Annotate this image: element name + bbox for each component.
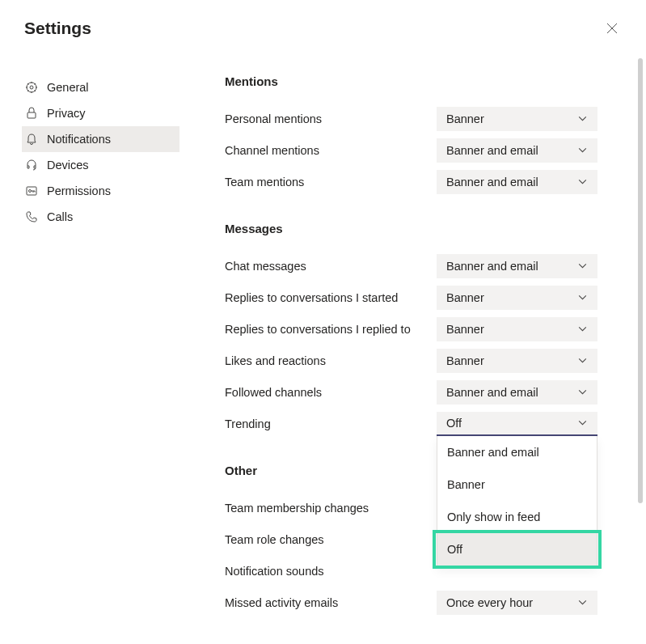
page-title: Settings [24, 19, 91, 38]
chevron-down-icon [577, 597, 588, 608]
dropdown-value: Banner and email [446, 176, 538, 189]
dropdown-option[interactable]: Banner and email [437, 436, 597, 468]
chevron-down-icon [577, 145, 588, 155]
scrollbar[interactable] [638, 58, 643, 503]
phone-icon [24, 210, 39, 224]
dropdown-option[interactable]: Only show in feed [437, 501, 597, 533]
dropdown-value: Banner [446, 112, 484, 125]
lock-icon [24, 106, 39, 121]
dropdown-team-mentions[interactable]: Banner and email [437, 170, 597, 194]
setting-label: Replies to conversations I started [225, 291, 437, 304]
setting-label: Personal mentions [225, 112, 437, 125]
chevron-down-icon [577, 176, 588, 187]
dropdown-followed-channels[interactable]: Banner and email [437, 380, 597, 405]
chevron-down-icon [577, 355, 588, 366]
dropdown-value: Banner and email [446, 260, 538, 273]
sidebar-item-calls[interactable]: Calls [22, 204, 179, 230]
chevron-down-icon [577, 113, 588, 124]
sidebar-item-general[interactable]: General [22, 74, 179, 100]
chevron-down-icon [577, 261, 588, 271]
dropdown-value: Banner [446, 323, 484, 336]
dropdown-personal-mentions[interactable]: Banner [437, 107, 597, 131]
gear-icon [24, 80, 39, 95]
sidebar-label: Devices [47, 159, 89, 172]
dropdown-missed-emails[interactable]: Once every hour [437, 591, 597, 615]
dropdown-value: Off [446, 417, 462, 430]
dropdown-option-off[interactable]: Off [437, 533, 597, 566]
setting-label: Chat messages [225, 260, 437, 273]
setting-label: Trending [225, 417, 437, 430]
dropdown-replies-started[interactable]: Banner [437, 286, 597, 310]
setting-label: Team mentions [225, 176, 437, 189]
sidebar-label: Notifications [47, 133, 111, 146]
dropdown-channel-mentions[interactable]: Banner and email [437, 138, 597, 163]
svg-point-4 [29, 190, 32, 193]
sidebar-label: Calls [47, 210, 73, 223]
headset-icon [24, 158, 39, 172]
sidebar-item-privacy[interactable]: Privacy [22, 100, 179, 126]
svg-rect-2 [27, 112, 36, 118]
dropdown-likes[interactable]: Banner [437, 349, 597, 373]
sidebar-item-notifications[interactable]: Notifications [22, 126, 179, 152]
setting-label: Notification sounds [225, 565, 597, 578]
sidebar-label: Permissions [47, 184, 111, 197]
dropdown-value: Banner [446, 291, 484, 304]
dropdown-menu-trending: Banner and email Banner Only show in fee… [437, 436, 597, 566]
dropdown-replies-replied[interactable]: Banner [437, 317, 597, 341]
close-icon [606, 23, 618, 34]
dropdown-option[interactable]: Banner [437, 468, 597, 501]
key-icon [24, 184, 39, 198]
setting-label: Followed channels [225, 386, 437, 399]
sidebar-item-devices[interactable]: Devices [22, 152, 179, 178]
close-button[interactable] [602, 19, 622, 38]
sidebar-label: General [47, 81, 89, 94]
setting-label: Channel mentions [225, 144, 437, 157]
sidebar: General Privacy Notifications Devices Pe… [0, 74, 179, 644]
dropdown-chat-messages[interactable]: Banner and email [437, 254, 597, 278]
dropdown-trending[interactable]: Off [437, 412, 597, 436]
dropdown-value: Banner [446, 354, 484, 367]
sidebar-item-permissions[interactable]: Permissions [22, 178, 179, 204]
chevron-down-icon [577, 417, 588, 428]
dropdown-value: Banner and email [446, 386, 538, 399]
bell-icon [24, 132, 39, 146]
chevron-down-icon [577, 292, 588, 303]
section-header-mentions: Mentions [225, 74, 597, 88]
section-header-messages: Messages [225, 222, 597, 235]
sidebar-label: Privacy [47, 107, 86, 120]
dropdown-value: Banner and email [446, 144, 538, 157]
dropdown-value: Once every hour [446, 596, 533, 609]
chevron-down-icon [577, 387, 588, 397]
setting-label: Replies to conversations I replied to [225, 323, 437, 336]
setting-label: Likes and reactions [225, 354, 437, 367]
setting-label: Missed activity emails [225, 596, 437, 609]
svg-point-1 [30, 86, 33, 89]
chevron-down-icon [577, 324, 588, 334]
